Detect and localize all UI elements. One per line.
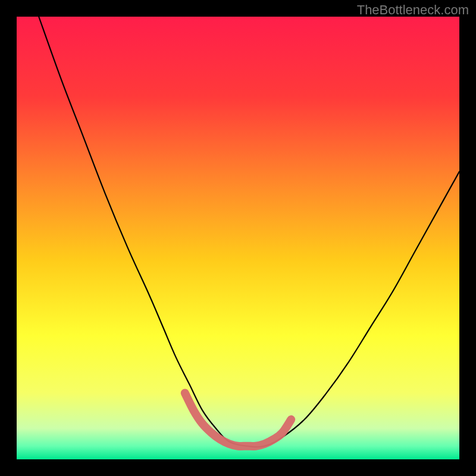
curves-layer xyxy=(17,17,459,459)
chart-frame: TheBottleneck.com xyxy=(0,0,476,476)
watermark-text: TheBottleneck.com xyxy=(357,2,469,18)
bottleneck-curve xyxy=(39,17,459,447)
plot-area xyxy=(17,17,459,459)
optimal-highlight xyxy=(185,393,292,446)
